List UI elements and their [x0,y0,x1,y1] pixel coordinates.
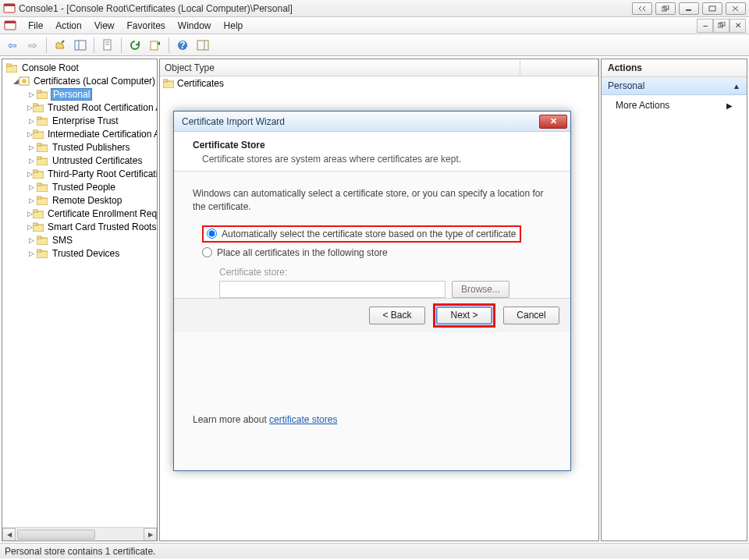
separator [46,37,47,53]
mdi-minimize[interactable]: ‒ [697,19,713,33]
tree-item[interactable]: ▷Personal [4,87,157,101]
svg-rect-41 [37,183,41,186]
svg-rect-17 [151,41,158,50]
refresh-icon[interactable] [126,37,144,54]
up-one-level-icon[interactable] [51,37,69,54]
tree-item[interactable]: ▷Trusted Devices [4,246,157,260]
mdi-restore[interactable] [713,19,729,33]
expand-icon[interactable]: ▷ [27,223,33,231]
radio-auto-select-row[interactable]: Automatically select the certificate sto… [193,223,552,245]
tree-item[interactable]: ▷Smart Card Trusted Roots [4,220,157,233]
actions-context[interactable]: Personal ▲ [602,77,747,95]
menu-window[interactable]: Window [172,20,218,31]
wizard-buttons: < Back Next > Cancel [174,298,570,332]
radio-auto-select[interactable] [207,229,217,239]
wizard-heading: Certificate Store [193,140,552,151]
tree-item[interactable]: ▷Certificate Enrollment Requests [4,207,157,220]
learn-more-link[interactable]: certificate stores [269,414,337,425]
folder-icon [33,129,44,140]
window-maximize-button[interactable] [702,2,722,15]
expand-icon[interactable]: ▷ [27,210,33,218]
scroll-thumb[interactable] [17,530,95,540]
menu-action[interactable]: Action [49,20,87,31]
tree-label: Console Root [20,62,80,73]
expand-icon[interactable]: ▷ [27,90,36,98]
tree-item-label: Enterprise Trust [51,115,120,126]
horizontal-scrollbar[interactable]: ◀ ▶ [2,527,157,541]
collapse-up-icon[interactable]: ▲ [733,82,740,90]
svg-rect-51 [37,250,41,252]
tree[interactable]: Console Root ◢ Certificates (Local Compu… [2,59,157,527]
radio-place-following[interactable] [202,247,212,257]
tree-item-label: Untrusted Certificates [51,155,144,166]
nav-back-button[interactable]: ⇦ [3,37,22,54]
back-button[interactable]: < Back [369,307,425,324]
scroll-track[interactable] [16,528,144,541]
actions-pane: Actions Personal ▲ More Actions ▶ [601,58,747,541]
actions-more[interactable]: More Actions ▶ [602,95,747,115]
svg-rect-31 [37,117,41,119]
radio-place-row[interactable]: Place all certificates in the following … [193,245,552,261]
folder-icon [36,142,48,153]
svg-rect-45 [33,210,37,212]
expand-icon[interactable]: ▷ [27,144,36,151]
column-blank[interactable] [520,59,598,76]
folder-icon [36,182,48,193]
tree-item[interactable]: ▷Trusted Root Certification Authorities [4,101,157,114]
content-list[interactable]: Certificates [160,76,598,90]
tree-item[interactable]: ▷Untrusted Certificates [4,154,157,167]
show-hide-tree-icon[interactable] [71,37,90,54]
tree-item[interactable]: ▷Intermediate Certification Authorities [4,127,157,140]
expand-icon[interactable]: ▷ [27,197,36,204]
tree-item-label: Third-Party Root Certification Authoriti… [46,168,157,179]
action-pane-toggle-icon[interactable] [193,37,212,54]
window-close-button[interactable] [726,2,746,15]
expand-icon[interactable]: ▷ [27,170,33,178]
list-header[interactable]: Object Type [160,59,598,76]
expand-icon[interactable]: ▷ [27,157,36,165]
tree-item-label: Intermediate Certification Authorities [46,129,157,140]
separator [169,37,169,53]
tree-item[interactable]: ▷Enterprise Trust [4,114,157,127]
expand-icon[interactable]: ▷ [27,183,36,191]
expand-icon[interactable]: ▷ [27,250,36,257]
collapse-icon[interactable]: ◢ [13,77,19,85]
export-list-icon[interactable] [146,37,165,54]
menu-favorites[interactable]: Favorites [121,20,172,31]
tree-item[interactable]: ▷Third-Party Root Certification Authorit… [4,167,157,180]
next-button[interactable]: Next > [436,307,492,324]
expand-icon[interactable]: ▷ [27,117,36,125]
folder-icon [33,168,44,179]
properties-icon[interactable] [98,37,117,54]
menu-help[interactable]: Help [218,20,250,31]
separator [121,37,122,53]
column-object-type[interactable]: Object Type [160,59,520,76]
submenu-arrow-icon: ▶ [726,101,733,110]
menu-file[interactable]: File [22,20,49,31]
scroll-right-button[interactable]: ▶ [144,528,157,541]
tree-root[interactable]: Console Root [4,61,157,74]
tree-certs-root[interactable]: ◢ Certificates (Local Computer) [4,74,157,87]
wizard-close-button[interactable]: ✕ [539,115,567,129]
wizard-titlebar[interactable]: Certificate Import Wizard ✕ [174,112,570,132]
expand-icon[interactable]: ▷ [27,104,33,112]
cancel-button[interactable]: Cancel [503,307,559,324]
tree-item[interactable]: ▷Remote Desktop [4,193,157,207]
help-icon[interactable]: ? [173,37,192,54]
folder-icon [36,248,48,259]
expand-icon[interactable]: ▷ [27,130,33,138]
expand-icon[interactable]: ▷ [27,236,36,244]
list-item[interactable]: Certificates [160,76,598,90]
window-prev-button[interactable] [632,2,652,15]
folder-icon [36,195,48,206]
mdi-close[interactable]: ✕ [729,19,746,33]
tree-item[interactable]: ▷SMS [4,233,157,246]
menu-view[interactable]: View [88,20,121,31]
tree-item[interactable]: ▷Trusted People [4,180,157,193]
window-minimize-button[interactable] [679,2,699,15]
nav-forward-button: ⇨ [23,37,42,54]
window-cascade-button[interactable] [655,2,676,15]
scroll-left-button[interactable]: ◀ [2,528,16,541]
svg-rect-5 [709,6,715,11]
tree-item[interactable]: ▷Trusted Publishers [4,140,157,154]
